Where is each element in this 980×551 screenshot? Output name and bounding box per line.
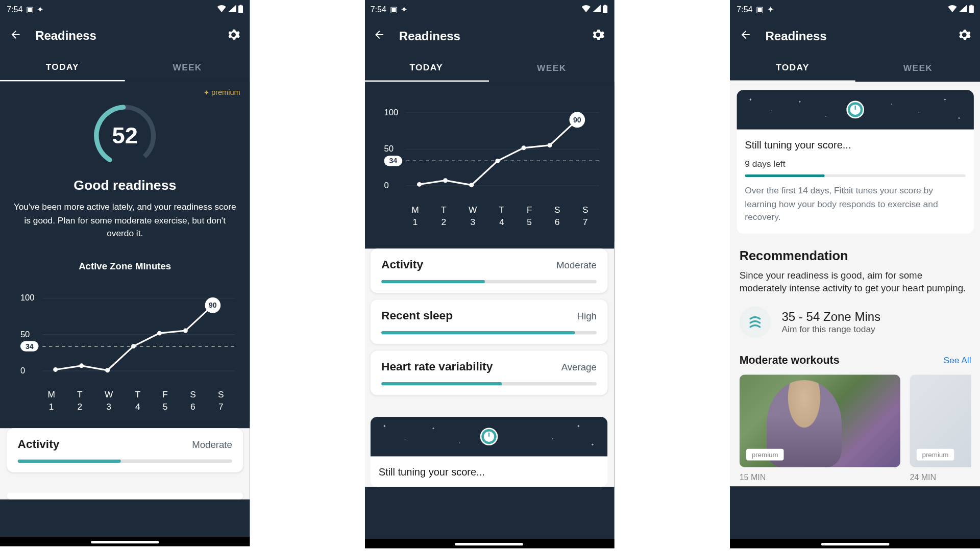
tuning-card[interactable]: ✦ • ✦ • ✦ • ✦ • Still tuning your score.…: [737, 90, 974, 233]
back-icon[interactable]: [740, 29, 752, 43]
readiness-gauge: 52: [91, 102, 159, 170]
tab-today[interactable]: TODAY: [365, 53, 489, 82]
chart-xlabel: F5: [162, 389, 168, 412]
tab-week[interactable]: WEEK: [125, 53, 250, 82]
workout-card[interactable]: premium 15 MIN ☆: [740, 374, 900, 482]
see-all-link[interactable]: See All: [944, 355, 971, 365]
phone-screen-2: 7:54 ▣ ✦ Readiness TODAY WEEK 100 50 0: [365, 0, 615, 548]
chart-xlabel: W3: [105, 389, 113, 412]
app-bar: Readiness: [0, 19, 250, 53]
zone-icon: [740, 306, 771, 337]
activity-level: Moderate: [192, 439, 232, 449]
sleep-card[interactable]: Recent sleep High: [371, 299, 608, 344]
svg-point-36: [522, 145, 526, 150]
svg-text:50: 50: [20, 329, 30, 339]
clock-text: 7:54: [7, 5, 22, 14]
chart-xlabel: T4: [135, 389, 141, 412]
tab-week[interactable]: WEEK: [855, 53, 980, 82]
svg-text:0: 0: [20, 365, 25, 375]
notification-icon: ✦: [37, 5, 43, 14]
hrv-level: Average: [561, 362, 597, 372]
svg-point-16: [131, 343, 136, 348]
status-bar: 7:54 ▣ ✦: [0, 0, 250, 19]
notification-icon: ✦: [767, 5, 774, 14]
hrv-card[interactable]: Heart rate variability Average: [371, 351, 608, 395]
svg-point-14: [79, 363, 84, 368]
clock-text: 7:54: [737, 5, 752, 14]
status-bar: 7:54 ▣ ✦: [365, 0, 615, 19]
tab-today[interactable]: TODAY: [0, 53, 125, 82]
tab-week[interactable]: WEEK: [489, 53, 615, 82]
svg-text:34: 34: [389, 157, 397, 165]
svg-point-37: [548, 143, 552, 147]
back-icon[interactable]: [10, 29, 22, 43]
readiness-score: 52: [112, 122, 138, 149]
nav-handle[interactable]: [455, 543, 523, 545]
activity-card[interactable]: Activity Moderate: [7, 428, 243, 472]
svg-point-13: [53, 367, 58, 371]
workout-card[interactable]: premium 24 MIN: [910, 374, 971, 482]
azm-chart: 100 50 0 34 90 M1 T2: [10, 281, 240, 414]
notification-icon: ✦: [401, 5, 407, 14]
wifi-icon: [948, 5, 957, 14]
gear-icon[interactable]: [958, 28, 971, 44]
notification-icon: ▣: [26, 5, 34, 14]
recommendation-section: Recommendation Since your readiness is g…: [730, 240, 980, 346]
back-icon[interactable]: [373, 29, 385, 43]
svg-rect-21: [603, 5, 607, 13]
readiness-label: Good readiness: [74, 178, 176, 193]
status-bar: 7:54 ▣ ✦: [730, 0, 980, 19]
hrv-title: Heart rate variability: [381, 360, 493, 374]
app-bar: Readiness: [730, 19, 980, 53]
premium-badge: premium: [746, 448, 783, 460]
svg-text:90: 90: [573, 116, 581, 124]
tuning-days-left: 9 days left: [745, 159, 966, 169]
activity-progress: [18, 459, 232, 463]
activity-progress: [381, 280, 597, 284]
nav-handle[interactable]: [821, 543, 890, 545]
premium-badge: premium: [204, 88, 240, 96]
activity-title: Activity: [18, 437, 60, 451]
gear-icon[interactable]: [591, 28, 605, 44]
tuning-card[interactable]: ✦ • ✦ • ✦ • ✦ Still tuning your score...: [371, 417, 608, 487]
tab-bar: TODAY WEEK: [365, 53, 615, 82]
tuning-title: Still tuning your score...: [745, 139, 966, 151]
workout-duration: 15 MIN: [740, 472, 900, 482]
page-title: Readiness: [399, 29, 578, 43]
chart-title: Active Zone Minutes: [10, 260, 240, 271]
phone-screen-1: 7:54 ▣ ✦ Readiness TODAY WEEK pre: [0, 0, 250, 546]
chart-xlabel: S7: [218, 389, 224, 412]
tuning-progress: [745, 174, 966, 177]
gear-icon[interactable]: [227, 28, 240, 44]
battery-icon: [603, 5, 607, 15]
svg-text:34: 34: [26, 342, 34, 350]
activity-title: Activity: [381, 258, 423, 272]
premium-badge: premium: [917, 448, 954, 460]
nav-handle[interactable]: [91, 541, 159, 543]
hrv-progress: [381, 382, 597, 386]
sleep-title: Recent sleep: [381, 309, 453, 323]
zone-subtitle: Aim for this range today: [781, 324, 880, 334]
svg-point-34: [469, 183, 474, 187]
battery-icon: [969, 5, 974, 15]
zone-recommendation: 35 - 54 Zone Mins Aim for this range tod…: [740, 306, 971, 337]
chart-xlabel: M1: [47, 389, 55, 412]
svg-text:50: 50: [384, 144, 393, 154]
sleep-progress: [381, 331, 597, 335]
signal-icon: [959, 5, 967, 14]
sleep-level: High: [577, 311, 596, 321]
activity-card[interactable]: Activity Moderate: [371, 248, 608, 293]
tab-bar: TODAY WEEK: [730, 53, 980, 82]
clock-text: 7:54: [371, 5, 386, 14]
svg-point-33: [443, 178, 448, 183]
activity-level: Moderate: [556, 260, 597, 270]
svg-point-35: [495, 159, 500, 163]
chart-xlabel: T2: [77, 389, 83, 412]
gauge-mini-icon: [846, 101, 864, 119]
workout-thumbnail: premium: [740, 374, 900, 467]
tab-today[interactable]: TODAY: [730, 53, 855, 82]
svg-rect-42: [970, 5, 972, 6]
svg-rect-41: [969, 5, 974, 13]
gauge-mini-icon: [480, 428, 498, 445]
tab-bar: TODAY WEEK: [0, 53, 250, 82]
